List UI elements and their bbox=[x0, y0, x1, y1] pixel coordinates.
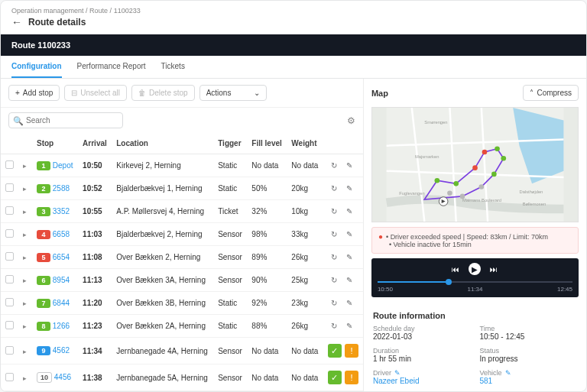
back-arrow-icon[interactable]: ← bbox=[11, 16, 22, 28]
map-canvas[interactable]: Smørengen Maimans Boulevard Dalsthøjden … bbox=[371, 107, 579, 222]
edit-vehicle-icon[interactable]: ✎ bbox=[505, 369, 511, 377]
col-trigger[interactable]: Tigger bbox=[213, 133, 247, 154]
val-vehicle[interactable]: 581 bbox=[479, 377, 577, 385]
alert-line1: Driver exceeded speed | Speed: 83km / Li… bbox=[391, 233, 548, 241]
stop-link[interactable]: 2588 bbox=[53, 184, 70, 193]
svg-point-5 bbox=[495, 146, 500, 151]
col-fill[interactable]: Fill level bbox=[247, 133, 287, 154]
expand-icon[interactable]: ▸ bbox=[23, 348, 27, 355]
stop-link[interactable]: 6654 bbox=[53, 253, 70, 261]
row-checkbox[interactable] bbox=[5, 373, 14, 381]
row-checkbox[interactable] bbox=[5, 229, 14, 238]
expand-icon[interactable]: ▸ bbox=[23, 185, 27, 193]
expand-icon[interactable]: ▸ bbox=[23, 374, 27, 382]
timeline[interactable] bbox=[378, 281, 572, 283]
edit-icon[interactable]: ✎ bbox=[343, 276, 355, 284]
stop-link[interactable]: 6658 bbox=[53, 230, 70, 238]
cell-trigger: Sensor bbox=[213, 338, 247, 364]
stop-link[interactable]: 8954 bbox=[53, 276, 70, 284]
crumb-route[interactable]: Route bbox=[89, 7, 108, 15]
actions-select[interactable]: Actions⌄ bbox=[199, 85, 268, 101]
cell-trigger: Sensor bbox=[213, 391, 247, 392]
expand-icon[interactable]: ▸ bbox=[23, 162, 27, 170]
gear-icon[interactable]: ⚙ bbox=[347, 115, 355, 126]
tab-performance[interactable]: Performance Report bbox=[77, 56, 146, 78]
val-schedule: 2022-01-03 bbox=[373, 332, 471, 341]
cell-weight: No data bbox=[287, 391, 323, 392]
refresh-icon[interactable]: ↻ bbox=[328, 253, 340, 261]
svg-text:Fuglevangen: Fuglevangen bbox=[399, 191, 424, 196]
svg-point-6 bbox=[501, 156, 506, 161]
svg-text:Smørengen: Smørengen bbox=[424, 120, 447, 125]
stop-link[interactable]: 4562 bbox=[53, 346, 70, 355]
edit-icon[interactable]: ✎ bbox=[343, 322, 355, 330]
expand-icon[interactable]: ▸ bbox=[23, 322, 27, 330]
time-start: 10:50 bbox=[378, 286, 393, 293]
crumb-op[interactable]: Operation management bbox=[11, 7, 84, 15]
edit-icon[interactable]: ✎ bbox=[343, 207, 355, 215]
row-checkbox[interactable] bbox=[5, 206, 14, 215]
table-row: ▸ 3 3352 10:55 A.P. Møllersvej 4, Hernin… bbox=[1, 200, 363, 223]
stop-link[interactable]: Depot bbox=[53, 161, 73, 170]
refresh-icon[interactable]: ↻ bbox=[328, 230, 340, 238]
play-icon[interactable]: ▶ bbox=[469, 263, 481, 275]
edit-icon[interactable]: ✎ bbox=[343, 253, 355, 261]
refresh-icon[interactable]: ↻ bbox=[328, 161, 340, 170]
row-checkbox[interactable] bbox=[5, 160, 14, 169]
cell-trigger: Sensor bbox=[213, 246, 247, 269]
status-warn-icon[interactable]: ! bbox=[345, 344, 358, 358]
delete-stop-button[interactable]: 🗑Delete stop bbox=[131, 85, 195, 101]
cell-weight: 10kg bbox=[287, 200, 323, 223]
row-checkbox[interactable] bbox=[5, 275, 14, 283]
status-warn-icon[interactable]: ! bbox=[345, 371, 358, 384]
expand-icon[interactable]: ▸ bbox=[23, 254, 27, 261]
cell-trigger: Sensor bbox=[213, 223, 247, 246]
expand-icon[interactable]: ▸ bbox=[23, 300, 27, 307]
edit-driver-icon[interactable]: ✎ bbox=[394, 369, 401, 377]
refresh-icon[interactable]: ↻ bbox=[328, 184, 340, 193]
search-input[interactable] bbox=[8, 112, 123, 128]
expand-icon[interactable]: ▸ bbox=[23, 277, 27, 284]
tab-tickets[interactable]: Tickets bbox=[161, 56, 185, 78]
row-checkbox[interactable] bbox=[5, 183, 14, 192]
unselect-button[interactable]: ⊟Unselect all bbox=[64, 85, 127, 101]
col-weight[interactable]: Weight bbox=[287, 133, 323, 154]
lbl-time: Time bbox=[479, 325, 577, 332]
unselect-icon: ⊟ bbox=[71, 89, 77, 97]
next-icon[interactable]: ⏭ bbox=[490, 265, 498, 274]
stop-link[interactable]: 6844 bbox=[53, 299, 70, 307]
compress-button[interactable]: ˄ Compress bbox=[523, 85, 579, 101]
status-ok-icon[interactable]: ✓ bbox=[328, 344, 342, 358]
refresh-icon[interactable]: ↻ bbox=[328, 299, 340, 307]
expand-icon[interactable]: ▸ bbox=[23, 231, 27, 238]
status-ok-icon[interactable]: ✓ bbox=[328, 371, 342, 384]
expand-icon[interactable]: ▸ bbox=[23, 208, 27, 215]
stop-link[interactable]: 3352 bbox=[53, 207, 70, 215]
edit-icon[interactable]: ✎ bbox=[343, 299, 355, 307]
refresh-icon[interactable]: ↻ bbox=[328, 276, 340, 284]
row-checkbox[interactable] bbox=[5, 321, 14, 329]
cell-arrival: 11:08 bbox=[78, 246, 112, 269]
stop-link[interactable]: 4456 bbox=[54, 373, 71, 381]
stop-index-badge: 5 bbox=[37, 253, 50, 262]
col-stop[interactable]: Stop bbox=[32, 133, 78, 154]
lbl-schedule: Schedule day bbox=[373, 325, 471, 332]
add-stop-button[interactable]: +Add stop bbox=[8, 85, 60, 101]
edit-icon[interactable]: ✎ bbox=[343, 184, 355, 193]
cell-fill: 32% bbox=[247, 200, 287, 223]
row-checkbox[interactable] bbox=[5, 298, 14, 306]
row-checkbox[interactable] bbox=[5, 252, 14, 261]
edit-icon[interactable]: ✎ bbox=[343, 161, 355, 170]
cell-location: Over Bækken 3B, Herning bbox=[112, 292, 213, 315]
cell-fill: No data bbox=[247, 364, 287, 391]
refresh-icon[interactable]: ↻ bbox=[328, 322, 340, 330]
val-driver[interactable]: Nazeer Ebeid bbox=[373, 377, 471, 385]
col-location[interactable]: Location bbox=[112, 133, 213, 154]
edit-icon[interactable]: ✎ bbox=[343, 230, 355, 238]
col-arrival[interactable]: Arrival bbox=[78, 133, 112, 154]
tab-configuration[interactable]: Configuration bbox=[11, 56, 62, 78]
stop-link[interactable]: 1266 bbox=[53, 322, 70, 330]
prev-icon[interactable]: ⏮ bbox=[452, 265, 459, 274]
row-checkbox[interactable] bbox=[5, 346, 14, 355]
refresh-icon[interactable]: ↻ bbox=[328, 207, 340, 215]
